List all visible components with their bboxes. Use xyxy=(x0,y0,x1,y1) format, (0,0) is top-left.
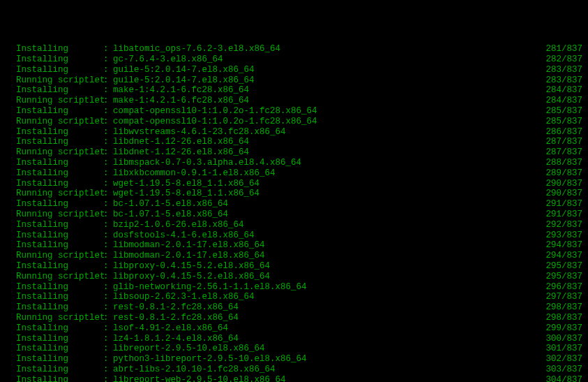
separator: : xyxy=(103,44,113,54)
separator: : xyxy=(103,189,113,199)
action-label: Installing xyxy=(6,261,103,272)
output-line: Installing: wget-1.19.5-8.el8_1.1.x86_64… xyxy=(6,179,582,189)
separator: : xyxy=(103,240,113,251)
progress-count: 294/837 xyxy=(545,251,582,261)
action-label: Installing xyxy=(6,85,103,96)
separator: : xyxy=(103,75,113,86)
output-line: Installing: libxkbcommon-0.9.1-1.el8.x86… xyxy=(6,168,582,179)
action-label: Installing xyxy=(6,44,103,54)
separator: : xyxy=(103,117,113,127)
package-name: libreport-web-2.9.5-10.el8.x86_64 xyxy=(113,375,286,382)
separator: : xyxy=(103,230,113,241)
separator: : xyxy=(103,344,113,354)
output-line: Installing: rest-0.8.1-2.fc28.x86_64298/… xyxy=(6,302,582,313)
separator: : xyxy=(103,137,113,147)
output-line: Running scriptlet: compat-openssl10-1:1.… xyxy=(6,117,582,127)
progress-count: 297/837 xyxy=(545,292,582,302)
separator: : xyxy=(103,96,113,106)
separator: : xyxy=(103,127,113,138)
package-name: make-1:4.2.1-6.fc28.x86_64 xyxy=(113,96,249,106)
output-line: Installing: libwvstreams-4.6.1-23.fc28.x… xyxy=(6,127,582,138)
action-label: Installing xyxy=(6,106,103,117)
progress-count: 293/837 xyxy=(545,230,582,241)
progress-count: 281/837 xyxy=(545,44,582,54)
progress-count: 295/837 xyxy=(545,261,582,272)
action-label: Installing xyxy=(6,302,103,313)
separator: : xyxy=(103,302,113,313)
package-name: wget-1.19.5-8.el8_1.1.x86_64 xyxy=(113,179,259,189)
action-label: Installing xyxy=(6,199,103,210)
package-name: abrt-libs-2.10.10-1.fc28.x86_64 xyxy=(113,365,276,375)
action-label: Installing xyxy=(6,240,103,251)
progress-count: 283/837 xyxy=(545,75,582,86)
action-label: Installing xyxy=(6,334,103,344)
package-name: gc-7.6.4-3.el8.x86_64 xyxy=(113,54,223,65)
separator: : xyxy=(103,65,113,75)
progress-count: 284/837 xyxy=(545,85,582,96)
package-name: guile-5:2.0.14-7.el8.x86_64 xyxy=(113,75,255,86)
action-label: Installing xyxy=(6,282,103,293)
package-name: bzip2-1.0.6-26.el8.x86_64 xyxy=(113,220,244,230)
package-name: compat-openssl10-1:1.0.2o-1.fc28.x86_64 xyxy=(113,117,317,127)
progress-count: 289/837 xyxy=(545,168,582,179)
progress-count: 288/837 xyxy=(545,158,582,168)
output-line: Running scriptlet: bc-1.07.1-5.el8.x86_6… xyxy=(6,210,582,220)
output-line: Installing: lsof-4.91-2.el8.x86_64299/83… xyxy=(6,323,582,334)
separator: : xyxy=(103,85,113,96)
package-name: lz4-1.8.1.2-4.el8.x86_64 xyxy=(113,334,239,344)
progress-count: 290/837 xyxy=(545,179,582,189)
output-line: Installing: gc-7.6.4-3.el8.x86_64282/837 xyxy=(6,54,582,65)
action-label: Installing xyxy=(6,54,103,65)
separator: : xyxy=(103,272,113,282)
separator: : xyxy=(103,334,113,344)
output-line: Running scriptlet: libmodman-2.0.1-17.el… xyxy=(6,251,582,261)
output-line: Installing: python3-libreport-2.9.5-10.e… xyxy=(6,354,582,365)
progress-count: 290/837 xyxy=(545,189,582,199)
output-line: Running scriptlet: rest-0.8.1-2.fc28.x86… xyxy=(6,313,582,323)
action-label: Running scriptlet xyxy=(6,147,103,158)
separator: : xyxy=(103,168,113,179)
output-line: Installing: lz4-1.8.1.2-4.el8.x86_64300/… xyxy=(6,334,582,344)
package-name: libdnet-1.12-26.el8.x86_64 xyxy=(113,147,249,158)
separator: : xyxy=(103,210,113,220)
package-name: guile-5:2.0.14-7.el8.x86_64 xyxy=(113,65,255,75)
package-name: libatomic_ops-7.6.2-3.el8.x86_64 xyxy=(113,44,280,54)
separator: : xyxy=(103,261,113,272)
action-label: Running scriptlet xyxy=(6,272,103,282)
separator: : xyxy=(103,375,113,382)
package-name: libreport-2.9.5-10.el8.x86_64 xyxy=(113,344,265,354)
progress-count: 301/837 xyxy=(545,344,582,354)
package-name: rest-0.8.1-2.fc28.x86_64 xyxy=(113,302,239,313)
action-label: Installing xyxy=(6,220,103,230)
output-line: Running scriptlet: make-1:4.2.1-6.fc28.x… xyxy=(6,96,582,106)
progress-count: 285/837 xyxy=(545,117,582,127)
action-label: Running scriptlet xyxy=(6,210,103,220)
output-line: Installing: libreport-web-2.9.5-10.el8.x… xyxy=(6,375,582,382)
package-name: libmodman-2.0.1-17.el8.x86_64 xyxy=(113,251,265,261)
action-label: Running scriptlet xyxy=(6,189,103,199)
progress-count: 284/837 xyxy=(545,96,582,106)
output-line: Installing: bc-1.07.1-5.el8.x86_64291/83… xyxy=(6,199,582,210)
separator: : xyxy=(103,354,113,365)
output-line: Installing: libmodman-2.0.1-17.el8.x86_6… xyxy=(6,240,582,251)
package-name: make-1:4.2.1-6.fc28.x86_64 xyxy=(113,85,249,96)
terminal-output: Installing: libatomic_ops-7.6.2-3.el8.x8… xyxy=(6,44,582,382)
progress-count: 294/837 xyxy=(545,240,582,251)
package-name: lsof-4.91-2.el8.x86_64 xyxy=(113,323,228,334)
action-label: Installing xyxy=(6,365,103,375)
separator: : xyxy=(103,158,113,168)
progress-count: 291/837 xyxy=(545,210,582,220)
separator: : xyxy=(103,323,113,334)
package-name: compat-openssl10-1:1.0.2o-1.fc28.x86_64 xyxy=(113,106,317,117)
progress-count: 298/837 xyxy=(545,302,582,313)
action-label: Installing xyxy=(6,344,103,354)
separator: : xyxy=(103,220,113,230)
action-label: Running scriptlet xyxy=(6,251,103,261)
action-label: Running scriptlet xyxy=(6,313,103,323)
package-name: libdnet-1.12-26.el8.x86_64 xyxy=(113,137,249,147)
separator: : xyxy=(103,147,113,158)
progress-count: 303/837 xyxy=(545,365,582,375)
package-name: libsoup-2.62.3-1.el8.x86_64 xyxy=(113,292,255,302)
output-line: Installing: libmspack-0.7-0.3.alpha.el8.… xyxy=(6,158,582,168)
separator: : xyxy=(103,365,113,375)
